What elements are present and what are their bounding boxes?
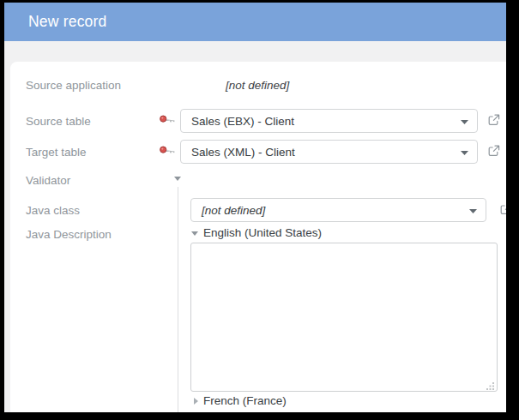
source-application-value: [not defined] [226, 79, 289, 92]
java-class-open-in-new-icon[interactable] [500, 203, 506, 215]
french-locale-label: French (France) [203, 394, 287, 407]
java-class-select[interactable]: [not defined] [190, 198, 486, 222]
source-table-value: Sales (EBX) - Client [191, 115, 294, 128]
primary-key-icon [160, 115, 176, 125]
validator-collapse-toggle-icon[interactable] [174, 177, 181, 181]
screenshot-shadow-frame: New record Source application [not defin… [0, 0, 519, 420]
java-class-label: Java class [26, 204, 80, 217]
source-table-label: Source table [26, 115, 91, 128]
english-description-textarea[interactable] [190, 243, 498, 392]
chevron-down-icon [461, 120, 468, 124]
form-panel: Source application [not defined] Source … [10, 62, 506, 412]
group-tree-line [178, 187, 178, 412]
chevron-down-icon [469, 209, 477, 213]
source-table-select[interactable]: Sales (EBX) - Client [180, 109, 478, 133]
validator-group-label: Validator [26, 174, 70, 187]
target-table-select[interactable]: Sales (XML) - Client [180, 140, 478, 164]
french-locale-expand-icon[interactable] [194, 398, 198, 405]
target-table-label: Target table [26, 146, 87, 159]
page-title: New record [28, 3, 106, 41]
java-class-value: [not defined] [202, 204, 265, 217]
target-table-open-in-new-icon[interactable] [488, 145, 500, 157]
chevron-down-icon [461, 151, 468, 155]
titlebar: New record [4, 3, 506, 41]
source-table-open-in-new-icon[interactable] [488, 114, 500, 126]
target-table-value: Sales (XML) - Client [191, 146, 295, 159]
new-record-window: New record Source application [not defin… [4, 3, 506, 412]
textarea-resize-grip[interactable] [485, 380, 495, 390]
primary-key-icon [160, 146, 176, 156]
english-locale-label: English (United States) [203, 226, 322, 239]
java-description-label: Java Description [26, 228, 112, 241]
source-application-label: Source application [26, 79, 121, 92]
english-locale-collapse-icon[interactable] [191, 231, 198, 236]
